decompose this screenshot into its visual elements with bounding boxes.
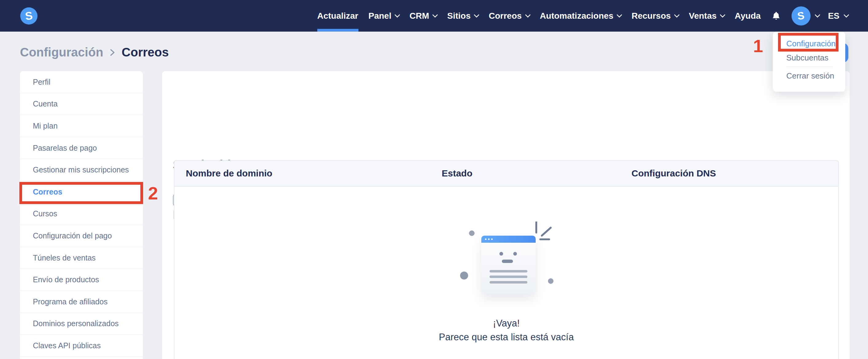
settings-sidebar: Perfil Cuenta Mi plan Pasarelas de pago … <box>20 71 143 359</box>
breadcrumb: Configuración Correos <box>20 45 168 59</box>
main-nav: Actualizar Panel CRM Sitios <box>307 0 761 32</box>
sidebar-item[interactable]: Dominios personalizados <box>20 313 143 335</box>
domains-table: Nombre de dominio Estado Configuración D… <box>174 160 839 359</box>
nav-item[interactable]: Sitios <box>447 0 478 32</box>
top-navbar: S Actualizar Panel CRM <box>0 0 868 32</box>
nav-item[interactable]: Automatizaciones <box>540 0 622 32</box>
language-label: ES <box>828 11 839 21</box>
sidebar-item-label: Túneles de ventas <box>33 254 95 262</box>
navbar-right: S ES <box>761 0 868 32</box>
sidebar-item-label: Pasarelas de pago <box>33 143 97 153</box>
empty-state: ¡Vaya! Parece que esta lista está vacía <box>175 225 838 343</box>
sidebar-item[interactable]: Cursos <box>20 203 143 225</box>
domains-table-body: ¡Vaya! Parece que esta lista está vacía <box>175 225 838 343</box>
user-menu-item[interactable]: Cerrar sesión <box>773 69 845 83</box>
empty-state-subtitle: Parece que esta lista está vacía <box>175 332 838 343</box>
decorative-dot <box>548 278 554 284</box>
user-menu-item-label: Cerrar sesión <box>786 71 834 81</box>
nav-item[interactable]: Actualizar <box>317 0 359 32</box>
nav-item[interactable]: CRM <box>409 0 437 32</box>
sidebar-item[interactable]: Pasarelas de pago <box>20 137 143 159</box>
table-column-header: Configuración DNS <box>620 168 838 178</box>
user-menu-item[interactable]: Subcuentas <box>773 51 845 65</box>
nav-item-label: Sitios <box>447 11 470 21</box>
decorative-dot <box>460 271 468 280</box>
illustration-eye <box>513 252 517 256</box>
illustration-text-line <box>490 281 527 284</box>
chevron-down-icon <box>616 12 622 18</box>
sidebar-item-label: Gestionar mis suscripciones <box>33 165 129 174</box>
notifications-bell-icon[interactable] <box>771 10 781 22</box>
nav-item-label: Actualizar <box>317 11 359 21</box>
sidebar-item[interactable]: Envío de productos <box>20 269 143 291</box>
illustration-eye <box>499 252 503 256</box>
annotation-number-1: 1 <box>753 36 763 56</box>
sidebar-item[interactable]: Gestionar mis suscripciones <box>20 159 143 181</box>
empty-list-illustration <box>454 225 559 298</box>
empty-state-title: ¡Vaya! <box>175 318 838 329</box>
sidebar-item[interactable]: Túneles de ventas <box>20 247 143 269</box>
nav-item-label: Recursos <box>631 11 671 21</box>
browser-title-bar <box>481 236 536 243</box>
chevron-down-icon <box>525 12 530 18</box>
sidebar-item[interactable]: Mi plan <box>20 115 143 137</box>
sidebar-item-label: Cursos <box>33 209 57 218</box>
nav-item-label: Panel <box>369 11 392 21</box>
sidebar-item-label: Dominios personalizados <box>33 319 119 328</box>
table-column-header: Nombre de dominio <box>175 168 430 178</box>
sidebar-item-label: Claves API públicas <box>33 341 101 350</box>
breadcrumb-separator-icon <box>110 47 116 57</box>
sidebar-item-label: Mi plan <box>33 122 58 130</box>
app-logo[interactable]: S <box>20 7 37 25</box>
nav-item[interactable]: Ayuda <box>735 0 761 32</box>
breadcrumb-current: Correos <box>122 45 168 59</box>
chevron-down-icon <box>432 12 438 18</box>
illustration-text-line <box>490 270 527 272</box>
sidebar-item[interactable]: Perfil <box>20 71 143 93</box>
spark-lines-icon <box>533 222 555 243</box>
illustration-text-line <box>490 275 527 278</box>
chevron-down-icon <box>720 12 725 18</box>
user-menu-item-label: Subcuentas <box>786 53 828 63</box>
decorative-dot <box>469 230 474 236</box>
sidebar-item[interactable]: Cuenta <box>20 93 143 116</box>
sidebar-item-label: Configuración del pago <box>33 231 112 240</box>
nav-item[interactable]: Recursos <box>631 0 679 32</box>
nav-item[interactable]: Panel <box>369 0 400 32</box>
language-selector[interactable]: ES <box>828 11 848 21</box>
domains-table-header: Nombre de dominio Estado Configuración D… <box>175 161 838 187</box>
avatar-chevron-down-icon[interactable] <box>814 12 820 18</box>
chevron-down-icon <box>395 12 400 18</box>
nav-item-label: Ventas <box>689 11 717 21</box>
chevron-down-icon <box>674 12 679 18</box>
nav-item-label: Ayuda <box>735 11 761 21</box>
nav-item[interactable]: Correos <box>489 0 529 32</box>
main-panel: SendGrid Quiero usar mi propia clave API… <box>162 71 849 359</box>
sidebar-item-label: Programa de afiliados <box>33 297 107 306</box>
nav-item[interactable]: Ventas <box>689 0 724 32</box>
nav-item-label: Correos <box>489 11 522 21</box>
nav-item-label: Automatizaciones <box>540 11 614 21</box>
sidebar-item[interactable]: Configuración del pago <box>20 225 143 247</box>
sidebar-item[interactable]: Programa de afiliados <box>20 291 143 313</box>
sad-browser-window-icon <box>481 236 536 294</box>
table-column-header: Estado <box>430 168 620 178</box>
nav-item-label: CRM <box>409 11 429 21</box>
sidebar-item-label: Cuenta <box>33 99 58 108</box>
chevron-down-icon <box>474 12 479 18</box>
sidebar-item-label: Envío de productos <box>33 275 99 284</box>
sidebar-item[interactable]: Claves API públicas <box>20 335 143 357</box>
illustration-mouth <box>502 260 513 263</box>
menu-divider <box>786 67 833 67</box>
breadcrumb-parent-link[interactable]: Configuración <box>20 45 103 59</box>
user-avatar[interactable]: S <box>792 6 811 26</box>
annotation-box-step2 <box>19 182 143 204</box>
language-chevron-down-icon <box>843 12 849 18</box>
logo-letter: S <box>24 9 33 23</box>
sidebar-item-label: Perfil <box>33 78 50 87</box>
annotation-number-2: 2 <box>148 183 158 203</box>
avatar-letter: S <box>797 9 805 23</box>
annotation-box-step1 <box>778 33 838 52</box>
